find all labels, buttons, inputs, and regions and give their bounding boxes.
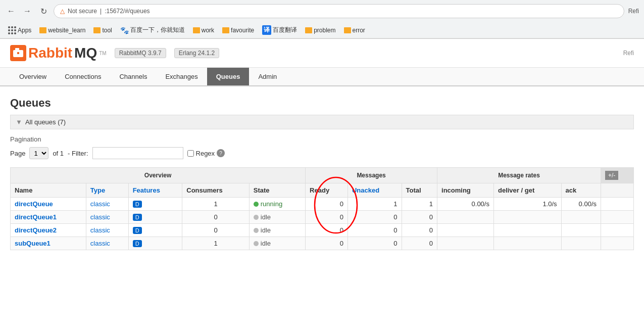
folder-icon <box>39 27 46 33</box>
queue-feature[interactable]: D <box>128 237 182 250</box>
queue-name[interactable]: directQueue2 <box>11 224 86 237</box>
logo-rabbit-text: Rabbit <box>28 45 72 61</box>
state-text: idle <box>261 240 271 247</box>
queue-deliver-get <box>493 237 561 250</box>
filter-text: - Filter: <box>68 150 88 157</box>
bookmark-problem[interactable]: problem <box>302 26 338 35</box>
col-header-total: Total <box>402 183 437 198</box>
queue-consumers: 1 <box>182 237 250 250</box>
state-text: running <box>261 200 282 208</box>
rabbitmq-version-badge: RabbitMQ 3.9.7 <box>115 48 166 58</box>
queue-ready: 0 <box>306 224 348 237</box>
nav-admin[interactable]: Admin <box>249 68 286 85</box>
logo-tm: TM <box>99 51 106 56</box>
nav-channels[interactable]: Channels <box>110 68 156 85</box>
queue-name[interactable]: directQueue1 <box>11 211 86 224</box>
queue-extra <box>601 211 634 224</box>
apps-label: Apps <box>18 27 31 34</box>
table-row: directQueue1classicD0idle000 <box>11 211 634 224</box>
queue-ready: 0 <box>306 237 348 250</box>
refresh-link[interactable]: Refi <box>628 8 639 15</box>
queue-feature[interactable]: D <box>128 211 182 224</box>
queue-ready: 0 <box>306 198 348 211</box>
plus-minus-button[interactable]: +/- <box>605 171 618 180</box>
queue-total: 0 <box>402 237 437 250</box>
section-label: All queues (7) <box>25 118 66 126</box>
regex-help-icon[interactable]: ? <box>217 149 225 157</box>
queue-consumers: 0 <box>182 211 250 224</box>
bookmark-label: favourite <box>231 27 254 34</box>
queue-type: classic <box>86 237 128 250</box>
grid-icon <box>8 26 16 34</box>
nav-queues[interactable]: Queues <box>207 68 250 85</box>
erlang-version-badge: Erlang 24.1.2 <box>174 48 219 58</box>
nav-exchanges[interactable]: Exchanges <box>156 68 207 85</box>
pagination-label: Pagination <box>10 135 634 143</box>
queue-name[interactable]: directQueue <box>11 198 86 211</box>
messages-group-header: Messages <box>306 168 437 183</box>
queues-table-wrapper: Overview Messages Message rates +/- Name… <box>10 167 634 250</box>
logo-icon <box>10 45 26 61</box>
state-dot-icon <box>254 215 259 220</box>
col-header-state: State <box>249 183 305 198</box>
logo-mq-text: MQ <box>74 45 97 61</box>
queue-unacked: 1 <box>348 198 402 211</box>
state-dot-icon <box>254 202 259 207</box>
queue-total: 0 <box>402 224 437 237</box>
queue-feature[interactable]: D <box>128 224 182 237</box>
queue-name[interactable]: subQueue1 <box>11 237 86 250</box>
bookmark-label: 百度一下，你就知道 <box>130 26 185 34</box>
filter-input[interactable] <box>92 147 183 159</box>
bookmark-favourite[interactable]: favourite <box>219 26 257 35</box>
folder-icon <box>93 27 101 33</box>
queue-consumers: 1 <box>182 198 250 211</box>
queue-incoming <box>437 224 494 237</box>
queue-total: 0 <box>402 211 437 224</box>
queue-state: idle <box>249 211 305 224</box>
bookmark-label: error <box>353 27 365 34</box>
bookmark-website-learn[interactable]: website_learn <box>36 26 88 35</box>
queue-unacked: 0 <box>348 211 402 224</box>
col-header-extra <box>601 183 634 198</box>
col-header-ready: Ready <box>306 183 348 198</box>
table-row: directQueueclassicD1running0110.00/s1.0/… <box>11 198 634 211</box>
rmq-header: RabbitMQ TM RabbitMQ 3.9.7 Erlang 24.1.2… <box>0 39 644 68</box>
all-queues-section-header[interactable]: ▼ All queues (7) <box>10 115 634 129</box>
of-text: of 1 <box>53 150 64 157</box>
queue-ack <box>561 237 601 250</box>
queue-type: classic <box>86 224 128 237</box>
queue-type: classic <box>86 198 128 211</box>
back-button[interactable]: ← <box>5 5 17 17</box>
regex-label: Regex <box>196 150 215 157</box>
nav-connections[interactable]: Connections <box>56 68 110 85</box>
queue-deliver-get <box>493 211 561 224</box>
queue-feature[interactable]: D <box>128 198 182 211</box>
bookmark-work[interactable]: work <box>190 26 217 35</box>
col-header-ack: ack <box>561 183 601 198</box>
bookmark-label: 百度翻译 <box>273 26 297 34</box>
svg-rect-2 <box>17 52 19 54</box>
page-content: RabbitMQ TM RabbitMQ 3.9.7 Erlang 24.1.2… <box>0 39 644 328</box>
regex-checkbox[interactable] <box>187 150 194 157</box>
regex-checkbox-group: Regex ? <box>187 149 225 157</box>
refresh-link-header[interactable]: Refi <box>623 50 634 57</box>
bookmark-error[interactable]: error <box>341 26 368 35</box>
bookmarks-bar: Apps website_learn tool 🐾 百度一下，你就知道 work… <box>0 22 644 38</box>
queue-incoming: 0.00/s <box>437 198 494 211</box>
bookmark-tool[interactable]: tool <box>90 26 115 35</box>
bookmark-baidu-search[interactable]: 🐾 百度一下，你就知道 <box>117 25 188 35</box>
reload-button[interactable]: ↻ <box>37 5 49 17</box>
page-title: Queues <box>10 97 634 110</box>
queue-unacked: 0 <box>348 224 402 237</box>
bookmark-baidu-translate[interactable]: 译 百度翻译 <box>259 24 300 36</box>
section-arrow-icon: ▼ <box>16 118 22 126</box>
page-select[interactable]: 1 <box>29 147 48 159</box>
queue-unacked: 0 <box>348 237 402 250</box>
address-bar[interactable]: △ Not secure | :15672/#/queues <box>54 4 624 18</box>
forward-button[interactable]: → <box>21 5 33 17</box>
nav-overview[interactable]: Overview <box>10 68 56 85</box>
state-text: idle <box>261 213 271 221</box>
queue-deliver-get <box>493 224 561 237</box>
queue-state: idle <box>249 224 305 237</box>
apps-bookmark[interactable]: Apps <box>5 25 34 35</box>
